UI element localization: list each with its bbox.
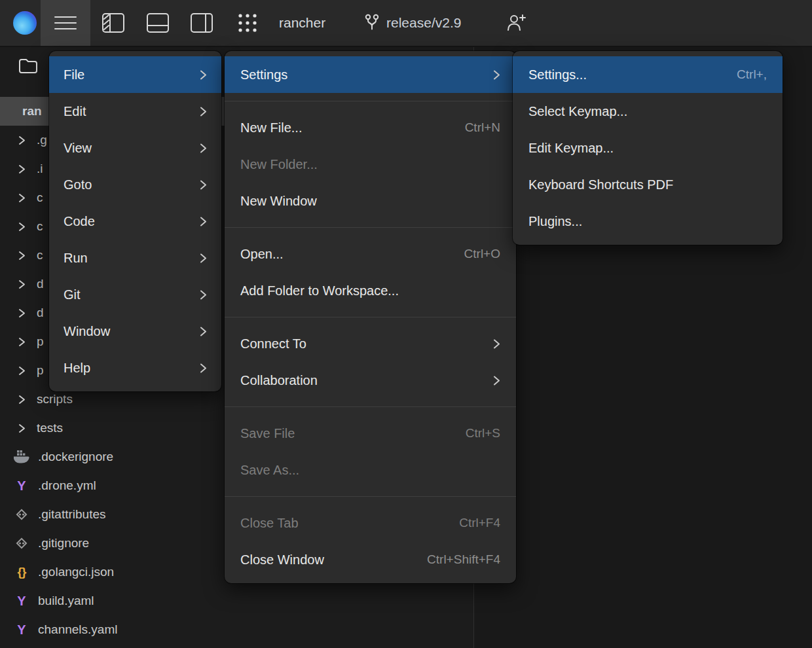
chevron-right-icon [493,69,500,81]
chevron-right-icon [493,338,500,350]
menu-item-window[interactable]: Window [49,313,221,350]
add-collaborator-button[interactable] [498,0,536,46]
toggle-bottom-panel-button[interactable] [139,0,177,46]
toggle-left-panel-button[interactable] [94,0,132,46]
menu-item-close-tab: Close Tab Ctrl+F4 [225,505,516,541]
chevron-right-icon [18,423,26,433]
main-menu-button[interactable] [41,0,90,46]
chevron-right-icon [200,326,207,337]
tree-file-item[interactable]: Y build.yaml [0,586,473,615]
menu-item-select-keymap[interactable]: Select Keymap... [513,93,783,130]
branch-selector[interactable]: release/v2.9 [364,0,461,46]
menu-item-collaboration[interactable]: Collaboration [225,362,516,399]
chevron-right-icon [200,253,207,264]
menu-item-plugins[interactable]: Plugins... [513,203,783,240]
folder-icon [18,56,38,75]
menu-separator [225,101,516,101]
menu-item-edit-keymap[interactable]: Edit Keymap... [513,130,783,166]
chevron-right-icon [200,179,207,190]
explorer-header [18,56,38,75]
chevron-right-icon [493,375,500,386]
chevron-right-icon [18,135,26,145]
chevron-right-icon [18,308,26,318]
menu-item-save-as: Save As... [225,452,516,488]
settings-submenu: Settings... Ctrl+, Select Keymap... Edit… [513,51,783,245]
left-panel-icon [101,12,125,33]
app-window: rancher release/v2.9 ra [0,0,812,648]
menu-item-run[interactable]: Run [49,240,221,276]
menu-item-open[interactable]: Open... Ctrl+O [225,236,516,272]
right-panel-icon [190,12,213,33]
json-icon: {} [13,564,30,580]
menu-item-settings-dialog[interactable]: Settings... Ctrl+, [513,56,783,93]
bottom-panel-icon [146,12,170,33]
menu-item-code[interactable]: Code [49,203,221,240]
person-add-icon [506,13,527,33]
menu-item-git[interactable]: Git [49,276,221,313]
chevron-right-icon [18,337,26,347]
chevron-right-icon [18,366,26,376]
toggle-right-panel-button[interactable] [183,0,221,46]
menu-item-save-file: Save File Ctrl+S [225,415,516,452]
yaml-icon: Y [13,478,30,494]
git-icon [13,535,30,551]
hamburger-icon [53,14,78,31]
menu-item-file[interactable]: File [49,56,221,93]
main-menu-dropdown: File Edit View Goto Code Run Git Window [49,51,221,391]
chevron-right-icon [18,395,26,405]
chevron-right-icon [200,143,207,154]
chevron-right-icon [200,289,207,300]
menu-item-goto[interactable]: Goto [49,166,221,203]
app-logo [13,11,37,35]
chevron-right-icon [200,216,207,227]
chevron-right-icon [18,222,26,232]
menu-separator [225,406,516,407]
menu-separator [225,227,516,228]
menu-item-new-folder: New Folder... [225,146,516,183]
chevron-right-icon [18,193,26,203]
docker-icon [13,449,30,465]
menu-item-edit[interactable]: Edit [49,93,221,130]
grid-dots-icon [236,12,259,34]
chevron-right-icon [18,279,26,289]
menu-item-help[interactable]: Help [49,350,221,386]
chevron-right-icon [200,363,207,374]
chevron-right-icon [18,251,26,261]
menu-separator [225,496,516,497]
project-name[interactable]: rancher [279,0,325,46]
menu-item-connect-to[interactable]: Connect To [225,325,516,362]
file-submenu: Settings New File... Ctrl+N New Folder..… [225,51,516,583]
chevron-right-icon [200,106,207,117]
menu-item-new-file[interactable]: New File... Ctrl+N [225,109,516,146]
menu-item-add-folder-to-workspace[interactable]: Add Folder to Workspace... [225,272,516,309]
chevron-right-icon [18,164,26,174]
tree-file-item[interactable]: Y channels.yaml [0,615,473,644]
yaml-icon: Y [13,593,30,609]
menu-separator [225,317,516,317]
menu-item-close-window[interactable]: Close Window Ctrl+Shift+F4 [225,541,516,578]
menu-item-new-window[interactable]: New Window [225,183,516,219]
yaml-icon: Y [13,622,30,638]
git-branch-icon [364,14,380,32]
chevron-right-icon [200,69,207,81]
menu-item-settings[interactable]: Settings [225,56,516,93]
menu-item-view[interactable]: View [49,130,221,166]
titlebar: rancher release/v2.9 [0,0,812,47]
menu-item-keyboard-shortcuts-pdf[interactable]: Keyboard Shortcuts PDF [513,166,783,203]
palette-grid-button[interactable] [229,0,267,46]
git-icon [13,507,30,522]
